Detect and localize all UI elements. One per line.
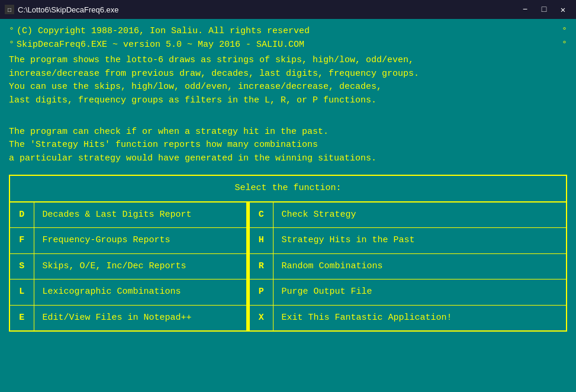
- app-icon: □: [5, 5, 14, 14]
- label-cell-left-3[interactable]: Lexicographic Combinations: [34, 279, 247, 306]
- key-cell-right-0[interactable]: C: [249, 203, 273, 228]
- window-title: C:\Lotto6\SkipDecaFreq6.exe: [18, 5, 119, 14]
- maximize-button[interactable]: □: [536, 4, 552, 15]
- label-cell-right-1[interactable]: Strategy Hits in the Past: [273, 228, 566, 254]
- label-cell-right-2[interactable]: Random Combinations: [273, 253, 566, 279]
- label-cell-right-0[interactable]: Check Strategy: [273, 203, 566, 228]
- desc-line-5: You can use the skips, high/low, odd/eve…: [9, 81, 567, 94]
- main-content: °(C) Copyright 1988-2016, Ion Saliu. All…: [0, 19, 576, 343]
- title-bar: □ C:\Lotto6\SkipDecaFreq6.exe − □ ✕: [0, 0, 576, 19]
- table-row[interactable]: FFrequency-Groups ReportsHStrategy Hits …: [10, 228, 566, 254]
- description-lines: The program shows the lotto-6 draws as s…: [9, 54, 567, 107]
- label-cell-right-3[interactable]: Purge Output File: [273, 279, 566, 306]
- label-cell-left-2[interactable]: Skips, O/E, Inc/Dec Reports: [34, 253, 247, 279]
- strategy-description: The program can check if or when a strat…: [9, 126, 567, 166]
- label-cell-right-4[interactable]: Exit This Fantastic Application!: [273, 305, 566, 330]
- table-row[interactable]: DDecades & Last Digits ReportCCheck Stra…: [10, 203, 566, 228]
- strategy-line-3: a particular strategy would have generat…: [9, 152, 567, 166]
- bullet-2: °: [9, 38, 14, 52]
- key-cell-right-2[interactable]: R: [249, 253, 273, 279]
- desc-line-6: last digits, frequency groups as filters…: [9, 94, 567, 108]
- function-table: DDecades & Last Digits ReportCCheck Stra…: [10, 203, 566, 331]
- title-bar-controls: − □ ✕: [517, 4, 571, 15]
- table-row[interactable]: LLexicographic CombinationsPPurge Output…: [10, 279, 566, 306]
- strategy-line-2: The 'Strategy Hits' function reports how…: [9, 139, 567, 152]
- table-row[interactable]: EEdit/View Files in Notepad++XExit This …: [10, 305, 566, 330]
- table-row[interactable]: SSkips, O/E, Inc/Dec ReportsRRandom Comb…: [10, 253, 566, 279]
- label-cell-left-1[interactable]: Frequency-Groups Reports: [34, 228, 247, 254]
- desc-line-3: The program shows the lotto-6 draws as s…: [9, 54, 567, 68]
- title-bar-left: □ C:\Lotto6\SkipDecaFreq6.exe: [5, 5, 119, 14]
- function-table-container: Select the function: DDecades & Last Dig…: [9, 175, 567, 332]
- key-cell-right-1[interactable]: H: [249, 228, 273, 254]
- key-cell-left-4[interactable]: E: [10, 305, 34, 330]
- header-block: °(C) Copyright 1988-2016, Ion Saliu. All…: [9, 25, 567, 52]
- strategy-line-1: The program can check if or when a strat…: [9, 126, 567, 139]
- key-cell-left-1[interactable]: F: [10, 228, 34, 254]
- key-cell-left-3[interactable]: L: [10, 279, 34, 306]
- close-button[interactable]: ✕: [555, 4, 571, 15]
- key-cell-left-2[interactable]: S: [10, 253, 34, 279]
- header-line-2: SkipDecaFreq6.EXE ~ version 5.0 ~ May 20…: [17, 38, 304, 52]
- key-cell-right-3[interactable]: P: [249, 279, 273, 306]
- label-cell-left-0[interactable]: Decades & Last Digits Report: [34, 203, 247, 228]
- minimize-button[interactable]: −: [517, 4, 533, 15]
- label-cell-left-4[interactable]: Edit/View Files in Notepad++: [34, 305, 247, 330]
- desc-line-4: increase/decrease from previous draw, de…: [9, 68, 567, 81]
- bullet-1: °: [9, 25, 14, 38]
- header-line-1: (C) Copyright 1988-2016, Ion Saliu. All …: [17, 25, 310, 38]
- key-cell-right-4[interactable]: X: [249, 305, 273, 330]
- key-cell-left-0[interactable]: D: [10, 203, 34, 228]
- table-header: Select the function:: [10, 176, 566, 203]
